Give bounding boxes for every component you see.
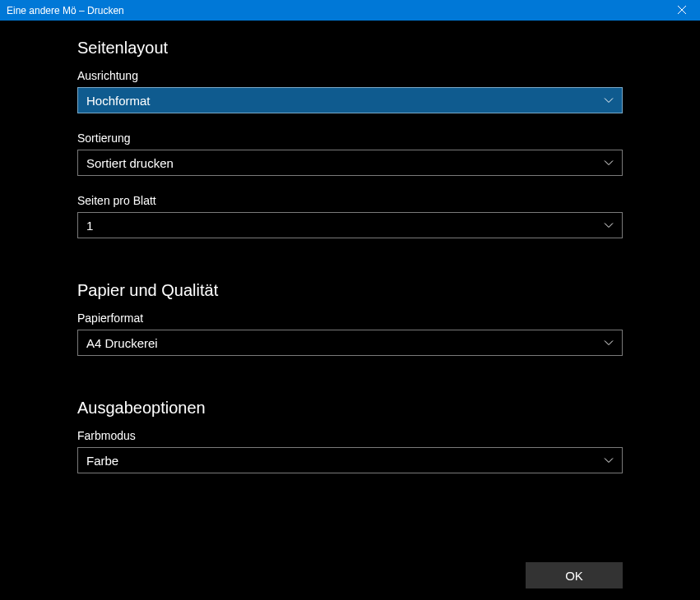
chevron-down-icon	[604, 220, 614, 230]
chevron-down-icon	[604, 158, 614, 168]
section-title-output: Ausgabeoptionen	[77, 399, 623, 418]
chevron-down-icon	[604, 455, 614, 465]
ok-button[interactable]: OK	[526, 562, 623, 588]
dropdown-orientation-value: Hochformat	[86, 94, 604, 108]
section-title-layout: Seitenlayout	[77, 39, 623, 58]
window-title: Eine andere Mö – Drucken	[7, 5, 124, 16]
dropdown-pages-per-sheet[interactable]: 1	[77, 212, 623, 238]
section-output-options: Ausgabeoptionen Farbmodus Farbe	[77, 399, 623, 473]
label-sorting: Sortierung	[77, 132, 623, 145]
dropdown-orientation[interactable]: Hochformat	[77, 87, 623, 113]
dropdown-color-mode-value: Farbe	[86, 454, 604, 468]
dropdown-sorting[interactable]: Sortiert drucken	[77, 150, 623, 176]
close-button[interactable]	[663, 0, 700, 21]
close-icon	[678, 5, 686, 16]
label-pages-per-sheet: Seiten pro Blatt	[77, 194, 623, 207]
dropdown-pages-per-sheet-value: 1	[86, 219, 604, 233]
section-paper-quality: Papier und Qualität Papierformat A4 Druc…	[77, 281, 623, 356]
section-title-paper: Papier und Qualität	[77, 281, 623, 300]
field-orientation: Ausrichtung Hochformat	[77, 69, 623, 113]
dialog-footer: OK	[526, 562, 623, 588]
dropdown-sorting-value: Sortiert drucken	[86, 156, 604, 170]
field-paper-format: Papierformat A4 Druckerei	[77, 312, 623, 356]
field-sorting: Sortierung Sortiert drucken	[77, 132, 623, 176]
window-titlebar: Eine andere Mö – Drucken	[0, 0, 700, 21]
dropdown-color-mode[interactable]: Farbe	[77, 447, 623, 473]
chevron-down-icon	[604, 338, 614, 348]
dialog-content: Seitenlayout Ausrichtung Hochformat Sort…	[0, 21, 700, 473]
label-color-mode: Farbmodus	[77, 429, 623, 442]
chevron-down-icon	[604, 95, 614, 105]
dropdown-paper-format[interactable]: A4 Druckerei	[77, 330, 623, 356]
field-pages-per-sheet: Seiten pro Blatt 1	[77, 194, 623, 238]
label-orientation: Ausrichtung	[77, 69, 623, 82]
field-color-mode: Farbmodus Farbe	[77, 429, 623, 473]
label-paper-format: Papierformat	[77, 312, 623, 325]
section-page-layout: Seitenlayout Ausrichtung Hochformat Sort…	[77, 39, 623, 238]
dropdown-paper-format-value: A4 Druckerei	[86, 336, 604, 350]
